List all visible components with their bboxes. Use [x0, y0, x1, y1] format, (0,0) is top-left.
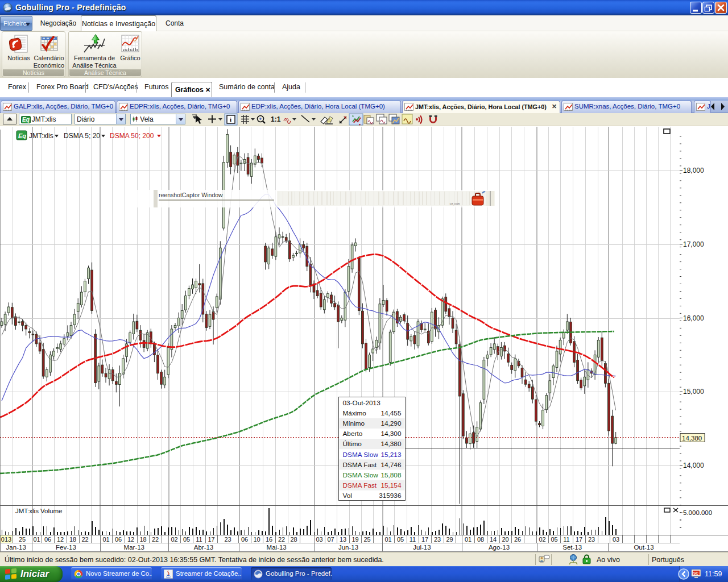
svg-text:06: 06: [241, 536, 248, 543]
svg-text:11: 11: [563, 536, 569, 543]
svg-text:22: 22: [81, 536, 88, 543]
svg-text:Jan-13: Jan-13: [6, 544, 26, 551]
svg-text:26: 26: [514, 536, 521, 543]
svg-text:03: 03: [316, 536, 322, 543]
svg-text:i: i: [230, 116, 231, 123]
svg-text:Fev-13: Fev-13: [56, 544, 76, 551]
svg-text:13: 13: [340, 536, 346, 543]
svg-text:23: 23: [588, 536, 595, 543]
svg-text:14,746: 14,746: [380, 461, 402, 469]
svg-text:013: 013: [1, 536, 11, 543]
svg-text:DSMA Fast: DSMA Fast: [343, 481, 377, 489]
svg-text:12: 12: [57, 536, 64, 543]
svg-text:Mar-13: Mar-13: [124, 544, 144, 551]
svg-text:15,000: 15,000: [683, 388, 704, 396]
svg-text:16,000: 16,000: [683, 314, 704, 322]
svg-text:14,290: 14,290: [380, 419, 402, 427]
svg-text:16: 16: [266, 536, 272, 543]
svg-text:03-Out-2013: 03-Out-2013: [343, 399, 381, 407]
svg-text:14,000: 14,000: [683, 462, 704, 469]
svg-text:23: 23: [434, 536, 441, 543]
svg-text:315936: 315936: [379, 492, 402, 500]
svg-text:20: 20: [502, 536, 508, 543]
svg-text:12: 12: [127, 536, 134, 543]
svg-text:Máximo: Máximo: [343, 409, 367, 417]
svg-text:Mai-13: Mai-13: [267, 544, 287, 551]
svg-text:05: 05: [183, 536, 190, 543]
svg-text:17: 17: [576, 536, 582, 543]
svg-text:29: 29: [446, 536, 453, 543]
svg-text:22: 22: [278, 536, 285, 543]
svg-text:14: 14: [490, 536, 497, 543]
svg-text:⚠: ⚠: [327, 117, 332, 123]
svg-text:Mínimo: Mínimo: [343, 419, 365, 427]
svg-text:17,000: 17,000: [683, 240, 704, 248]
svg-text:1:1: 1:1: [271, 115, 281, 123]
svg-text:Aberto: Aberto: [343, 430, 363, 438]
svg-text:18: 18: [69, 536, 76, 543]
svg-text:25: 25: [19, 536, 26, 543]
svg-text:11: 11: [196, 536, 202, 543]
svg-text:22: 22: [152, 536, 159, 543]
svg-text:14,380: 14,380: [380, 440, 402, 448]
svg-text:DSMA 50; 200: DSMA 50; 200: [110, 132, 154, 140]
svg-text:07: 07: [327, 536, 334, 543]
svg-text:Último: Último: [343, 440, 362, 448]
svg-text:DSMA 5; 20: DSMA 5; 20: [64, 132, 100, 140]
svg-text:03: 03: [613, 536, 619, 543]
svg-text:Vol: Vol: [343, 492, 352, 500]
svg-text:DSMA Slow: DSMA Slow: [343, 451, 379, 459]
svg-text:DSMA Fast: DSMA Fast: [343, 461, 377, 469]
svg-text:Ago-13: Ago-13: [489, 544, 510, 551]
svg-text:14,380: 14,380: [682, 435, 702, 442]
svg-text:5.000.000: 5.000.000: [683, 509, 712, 516]
svg-text:Set-13: Set-13: [562, 544, 582, 551]
svg-text:23: 23: [224, 536, 231, 543]
svg-text:14,455: 14,455: [380, 409, 402, 417]
svg-text:01: 01: [33, 536, 40, 543]
svg-text:02: 02: [539, 536, 545, 543]
svg-text:05: 05: [551, 536, 557, 543]
svg-text:17: 17: [421, 536, 428, 543]
svg-text:reenshotCaptor Window: reenshotCaptor Window: [159, 192, 223, 198]
svg-text:01: 01: [102, 536, 109, 543]
svg-text:15,213: 15,213: [380, 451, 402, 459]
svg-text:14,300: 14,300: [380, 430, 402, 438]
svg-text:18: 18: [139, 536, 146, 543]
svg-text:18,008: 18,008: [449, 202, 460, 206]
svg-text:SC: SC: [693, 571, 698, 575]
svg-text:JMT:xlis: JMT:xlis: [29, 132, 53, 140]
svg-text:DSMA Slow: DSMA Slow: [343, 471, 379, 479]
svg-text:Jul-13: Jul-13: [413, 544, 431, 551]
svg-text:28: 28: [290, 536, 297, 543]
svg-text:Eq: Eq: [18, 132, 26, 139]
svg-text:06: 06: [44, 536, 51, 543]
svg-text:Abr-13: Abr-13: [194, 544, 214, 551]
svg-text:01: 01: [465, 536, 471, 543]
svg-text:10: 10: [253, 536, 260, 543]
svg-text:08: 08: [477, 536, 484, 543]
svg-text:06: 06: [115, 536, 122, 543]
svg-text:15,154: 15,154: [380, 481, 402, 489]
svg-text:01: 01: [384, 536, 391, 543]
svg-text:18,000: 18,000: [683, 167, 704, 174]
svg-text:15,808: 15,808: [380, 471, 402, 479]
svg-text:25: 25: [363, 536, 370, 543]
svg-text:19: 19: [351, 536, 358, 543]
svg-text:11: 11: [410, 536, 416, 543]
svg-text:17: 17: [208, 536, 214, 543]
svg-text:05: 05: [397, 536, 404, 543]
svg-text:Jun-13: Jun-13: [338, 544, 358, 551]
svg-text:JMT:xlis Volume: JMT:xlis Volume: [15, 508, 62, 514]
svg-text:Out-13: Out-13: [634, 544, 653, 551]
svg-text:02: 02: [171, 536, 177, 543]
